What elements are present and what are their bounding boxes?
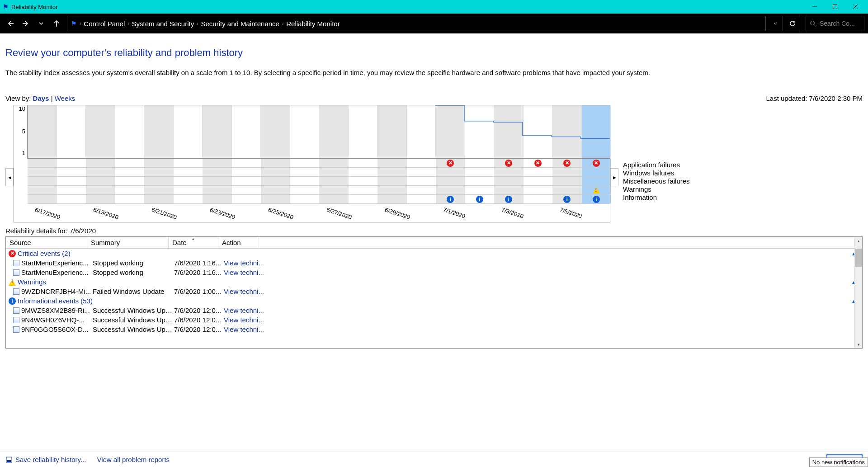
marker-cell[interactable]: [349, 159, 378, 167]
marker-cell[interactable]: [465, 177, 495, 185]
marker-cell[interactable]: [232, 186, 261, 194]
save-history-link[interactable]: Save reliability history...: [5, 456, 86, 463]
marker-cell[interactable]: [115, 168, 145, 176]
marker-cell[interactable]: [203, 186, 232, 194]
marker-cell[interactable]: [86, 177, 115, 185]
scroll-down-icon[interactable]: ▾: [855, 340, 862, 348]
marker-cell[interactable]: [28, 186, 57, 194]
marker-cell[interactable]: [436, 168, 465, 176]
marker-cell[interactable]: [349, 177, 378, 185]
table-scrollbar[interactable]: ▴ ▾: [854, 237, 862, 348]
marker-cell[interactable]: [115, 195, 145, 203]
minimize-button[interactable]: [804, 0, 825, 14]
chart-scroll-left-button[interactable]: ◂: [5, 168, 14, 186]
search-input[interactable]: Search Co...: [806, 16, 864, 31]
marker-cell[interactable]: [232, 168, 261, 176]
marker-cell[interactable]: [57, 186, 86, 194]
table-row[interactable]: 9NF0GGO5S6OX-D... Successful Windows Upd…: [6, 325, 862, 334]
marker-cell[interactable]: [174, 195, 203, 203]
marker-cell[interactable]: [57, 168, 86, 176]
col-summary[interactable]: Summary: [87, 237, 169, 248]
col-date[interactable]: ▴Date: [169, 237, 218, 248]
marker-cell[interactable]: [407, 168, 436, 176]
table-row[interactable]: StartMenuExperienc... Stopped working 7/…: [6, 258, 862, 268]
marker-cell[interactable]: [144, 177, 174, 185]
group-header[interactable]: iInformational events (53)▴: [6, 296, 862, 306]
marker-cell[interactable]: [174, 159, 203, 167]
address-dropdown-button[interactable]: [768, 16, 783, 31]
marker-cell[interactable]: [407, 159, 436, 167]
marker-cell[interactable]: [582, 186, 611, 194]
marker-cell[interactable]: [232, 195, 261, 203]
marker-cell[interactable]: [349, 168, 378, 176]
marker-cell[interactable]: [144, 195, 174, 203]
marker-cell[interactable]: [494, 177, 524, 185]
marker-cell[interactable]: [232, 159, 261, 167]
marker-cell[interactable]: [203, 177, 232, 185]
marker-cell[interactable]: [57, 195, 86, 203]
marker-cell[interactable]: [377, 168, 407, 176]
marker-cell[interactable]: [86, 186, 115, 194]
marker-cell[interactable]: [407, 195, 436, 203]
marker-cell[interactable]: [494, 168, 524, 176]
marker-cell[interactable]: [232, 177, 261, 185]
marker-cell[interactable]: [144, 159, 174, 167]
marker-cell[interactable]: [203, 159, 232, 167]
marker-cell[interactable]: [524, 168, 553, 176]
marker-cell[interactable]: [349, 195, 378, 203]
refresh-button[interactable]: [785, 16, 800, 31]
marker-cell[interactable]: [290, 195, 320, 203]
marker-cell[interactable]: ✕: [524, 159, 553, 167]
marker-cell[interactable]: [115, 159, 145, 167]
marker-cell[interactable]: [261, 159, 290, 167]
view-details-link[interactable]: View techni...: [224, 269, 274, 276]
marker-cell[interactable]: [174, 186, 203, 194]
scroll-up-icon[interactable]: ▴: [855, 237, 862, 245]
forward-button[interactable]: [19, 17, 33, 30]
crumb-system-security[interactable]: System and Security: [132, 20, 194, 28]
chart-core[interactable]: 10 5 1 ✕✕✕✕✕iiiii 6/17/20206/19/20206/21…: [14, 105, 610, 222]
marker-cell[interactable]: [86, 159, 115, 167]
col-action[interactable]: Action: [218, 237, 259, 248]
marker-cell[interactable]: [465, 159, 495, 167]
view-details-link[interactable]: View techni...: [224, 325, 274, 333]
table-row[interactable]: 9MWZS8XM2B89-Ri... Successful Windows Up…: [6, 306, 862, 315]
marker-cell[interactable]: [552, 186, 582, 194]
close-button[interactable]: [845, 0, 865, 14]
marker-cell[interactable]: [377, 195, 407, 203]
recent-dropdown-button[interactable]: [34, 17, 48, 30]
view-all-reports-link[interactable]: View all problem reports: [97, 456, 170, 463]
marker-cell[interactable]: i: [582, 195, 611, 203]
marker-cell[interactable]: [261, 168, 290, 176]
marker-cell[interactable]: [465, 168, 495, 176]
marker-cell[interactable]: [174, 177, 203, 185]
view-details-link[interactable]: View techni...: [224, 259, 274, 267]
marker-cell[interactable]: [57, 159, 86, 167]
marker-cell[interactable]: ✕: [552, 159, 582, 167]
marker-cell[interactable]: [290, 168, 320, 176]
marker-cell[interactable]: [552, 177, 582, 185]
marker-cell[interactable]: [436, 186, 465, 194]
marker-cell[interactable]: [203, 195, 232, 203]
marker-cell[interactable]: i: [465, 195, 495, 203]
marker-cell[interactable]: [57, 177, 86, 185]
back-button[interactable]: [4, 17, 17, 30]
marker-cell[interactable]: i: [436, 195, 465, 203]
marker-cell[interactable]: [407, 177, 436, 185]
marker-cell[interactable]: [582, 168, 611, 176]
table-row[interactable]: StartMenuExperienc... Stopped working 7/…: [6, 268, 862, 277]
marker-cell[interactable]: [115, 186, 145, 194]
marker-cell[interactable]: [144, 168, 174, 176]
marker-cell[interactable]: [465, 186, 495, 194]
marker-cell[interactable]: [290, 177, 320, 185]
crumb-control-panel[interactable]: Control Panel: [84, 20, 125, 28]
marker-cell[interactable]: [290, 159, 320, 167]
breadcrumb[interactable]: ⚑ › Control Panel › System and Security …: [67, 16, 766, 31]
up-button[interactable]: [50, 17, 63, 30]
marker-cell[interactable]: [290, 186, 320, 194]
col-source[interactable]: Source: [6, 237, 87, 248]
marker-cell[interactable]: i: [552, 195, 582, 203]
marker-cell[interactable]: [319, 177, 349, 185]
marker-cell[interactable]: [377, 177, 407, 185]
marker-cell[interactable]: [261, 195, 290, 203]
